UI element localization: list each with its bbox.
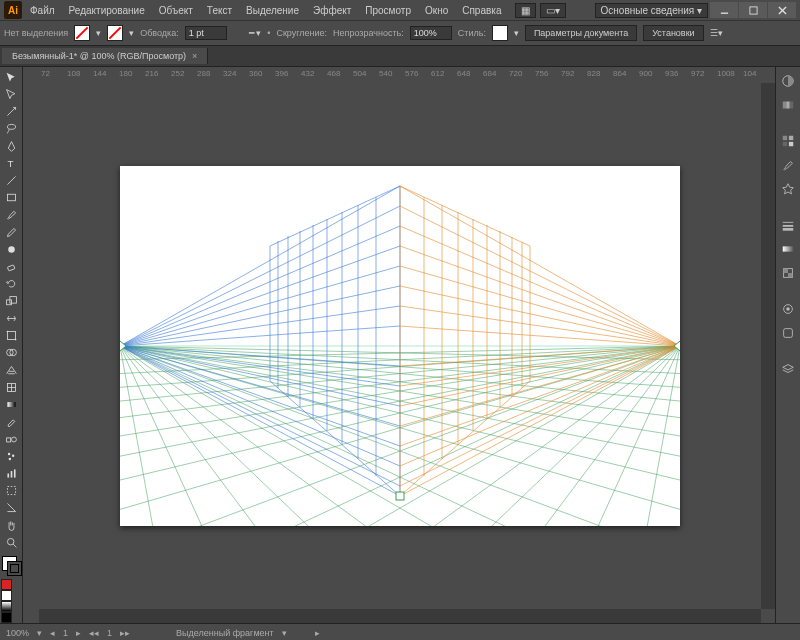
vertical-scrollbar[interactable] — [761, 83, 775, 609]
artboard-tool[interactable] — [1, 483, 21, 499]
menu-file[interactable]: Файл — [24, 3, 61, 18]
zoom-tool[interactable] — [1, 534, 21, 550]
free-transform-tool[interactable] — [1, 328, 21, 344]
brushes-panel-icon[interactable] — [778, 155, 798, 175]
color-panel-icon[interactable] — [778, 71, 798, 91]
rotate-tool[interactable] — [1, 276, 21, 292]
svg-line-45 — [120, 346, 285, 526]
eyedropper-tool[interactable] — [1, 414, 21, 430]
svg-rect-18 — [7, 402, 15, 407]
type-tool[interactable]: T — [1, 155, 21, 171]
pencil-tool[interactable] — [1, 224, 21, 240]
status-fragment: Выделенный фрагмент — [176, 628, 274, 638]
column-graph-tool[interactable] — [1, 465, 21, 481]
symbol-sprayer-tool[interactable] — [1, 448, 21, 464]
swatches-panel-icon[interactable] — [778, 131, 798, 151]
eraser-tool[interactable] — [1, 259, 21, 275]
svg-rect-27 — [7, 487, 15, 495]
menu-object[interactable]: Объект — [153, 3, 199, 18]
maximize-button[interactable] — [739, 2, 767, 18]
artboard-nav-total: 1 — [107, 628, 112, 638]
opacity-input[interactable] — [410, 26, 452, 40]
fill-stroke-control[interactable] — [1, 555, 21, 577]
horizontal-scrollbar[interactable] — [39, 609, 761, 623]
stroke-swatch[interactable] — [107, 25, 123, 41]
appearance-panel-icon[interactable] — [778, 299, 798, 319]
svg-rect-1 — [749, 6, 756, 13]
preferences-button[interactable]: Установки — [643, 25, 703, 41]
svg-rect-120 — [786, 102, 790, 109]
horizontal-ruler[interactable]: 7210814418021625228832436039643246850454… — [23, 67, 761, 84]
document-tab[interactable]: Безымянный-1* @ 100% (RGB/Просмотр) × — [2, 48, 208, 64]
svg-rect-129 — [783, 246, 794, 251]
svg-rect-9 — [7, 265, 14, 271]
svg-rect-26 — [13, 469, 15, 477]
svg-point-4 — [7, 125, 15, 130]
line-tool[interactable] — [1, 172, 21, 188]
rectangle-tool[interactable] — [1, 190, 21, 206]
svg-point-28 — [7, 538, 14, 545]
transparency-panel-icon[interactable] — [778, 263, 798, 283]
toolbox: T — [0, 67, 23, 623]
menu-effect[interactable]: Эффект — [307, 3, 357, 18]
menu-help[interactable]: Справка — [456, 3, 507, 18]
graphic-styles-panel-icon[interactable] — [778, 323, 798, 343]
pen-tool[interactable] — [1, 138, 21, 154]
color-mode-toggles[interactable] — [1, 579, 21, 623]
blob-brush-tool[interactable] — [1, 241, 21, 257]
artboard[interactable] — [120, 166, 680, 526]
gradient-panel-icon[interactable] — [778, 239, 798, 259]
svg-rect-123 — [789, 136, 793, 140]
no-selection-label: Нет выделения — [4, 28, 68, 38]
svg-text:T: T — [7, 158, 13, 169]
magic-wand-tool[interactable] — [1, 103, 21, 119]
lasso-tool[interactable] — [1, 121, 21, 137]
symbols-panel-icon[interactable] — [778, 179, 798, 199]
document-settings-button[interactable]: Параметры документа — [525, 25, 637, 41]
style-label: Стиль: — [458, 28, 486, 38]
shape-builder-tool[interactable] — [1, 345, 21, 361]
close-button[interactable] — [768, 2, 796, 18]
menu-select[interactable]: Выделение — [240, 3, 305, 18]
corner-label: Скругление: — [276, 28, 327, 38]
vertical-ruler[interactable] — [23, 83, 40, 609]
mesh-tool[interactable] — [1, 379, 21, 395]
fill-swatch[interactable] — [74, 25, 90, 41]
paintbrush-tool[interactable] — [1, 207, 21, 223]
selection-tool[interactable] — [1, 69, 21, 85]
canvas-stage[interactable] — [39, 83, 761, 609]
perspective-grid-tool[interactable] — [1, 362, 21, 378]
stroke-panel-icon[interactable] — [778, 215, 798, 235]
menu-window[interactable]: Окно — [419, 3, 454, 18]
document-tabbar: Безымянный-1* @ 100% (RGB/Просмотр) × — [0, 46, 800, 67]
menu-edit[interactable]: Редактирование — [63, 3, 151, 18]
svg-rect-135 — [784, 329, 793, 338]
gradient-tool[interactable] — [1, 396, 21, 412]
zoom-level[interactable]: 100% — [6, 628, 29, 638]
width-tool[interactable] — [1, 310, 21, 326]
direct-selection-tool[interactable] — [1, 86, 21, 102]
layers-panel-icon[interactable] — [778, 359, 798, 379]
svg-rect-124 — [783, 142, 787, 146]
minimize-button[interactable] — [710, 2, 738, 18]
stroke-size-input[interactable] — [185, 26, 227, 40]
scale-tool[interactable] — [1, 293, 21, 309]
blend-tool[interactable] — [1, 431, 21, 447]
close-tab-icon[interactable]: × — [192, 51, 197, 61]
svg-point-13 — [6, 331, 8, 333]
style-swatch[interactable] — [492, 25, 508, 41]
slice-tool[interactable] — [1, 500, 21, 516]
artboard-nav-current[interactable]: 1 — [63, 628, 68, 638]
status-bar: 100%▾ ◂1▸ ◂◂1▸▸ Выделенный фрагмент ▾▸ — [0, 623, 800, 640]
svg-rect-119 — [783, 102, 787, 109]
svg-rect-12 — [7, 332, 15, 340]
menu-text[interactable]: Текст — [201, 3, 238, 18]
menu-view[interactable]: Просмотр — [359, 3, 417, 18]
svg-rect-7 — [7, 195, 15, 202]
hand-tool[interactable] — [1, 517, 21, 533]
workspace-switcher[interactable]: Основные сведения ▾ — [595, 3, 708, 18]
bridge-icon[interactable]: ▦ — [515, 3, 536, 18]
color-guide-panel-icon[interactable] — [778, 95, 798, 115]
menubar: Ai Файл Редактирование Объект Текст Выде… — [0, 0, 800, 20]
arrange-icon[interactable]: ▭▾ — [540, 3, 566, 18]
